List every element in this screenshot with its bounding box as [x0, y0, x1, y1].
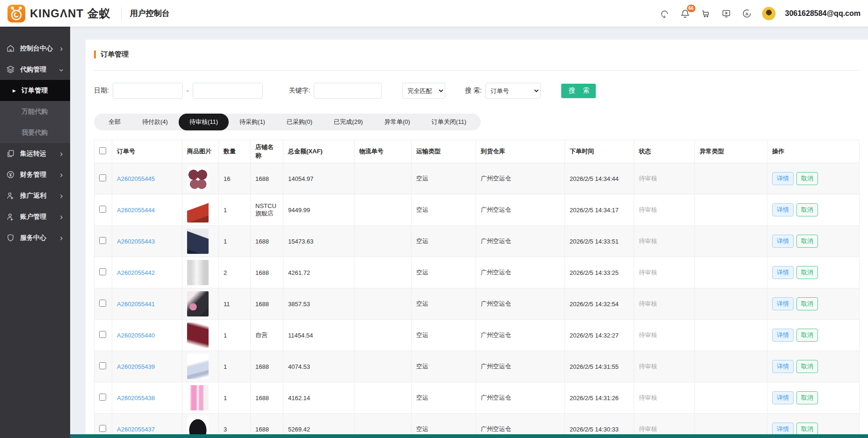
customer-service-icon[interactable]: [659, 8, 670, 19]
detail-button[interactable]: 详情: [772, 235, 794, 248]
select-all-checkbox[interactable]: [99, 147, 106, 154]
main-content: 订单管理 日期: - 关键字: 完全匹配 搜 索: 订单号: [70, 27, 868, 438]
detail-button[interactable]: 详情: [772, 423, 794, 436]
keyword-input[interactable]: [314, 83, 382, 99]
translate-a-icon[interactable]: A: [741, 8, 752, 19]
product-image[interactable]: [187, 197, 209, 223]
amount-cell: 3857.53: [283, 288, 354, 320]
sidebar-item-promo-rebate[interactable]: 推广返利: [0, 185, 70, 206]
cancel-button[interactable]: 取消: [796, 297, 818, 310]
cancel-button[interactable]: 取消: [796, 423, 818, 436]
tab-completed[interactable]: 已完成(29): [323, 114, 374, 130]
order-number-link[interactable]: A2602055438: [117, 395, 155, 402]
tab-exception[interactable]: 异常单(0): [374, 114, 421, 130]
sidebar-item-account-mgmt[interactable]: 账户管理: [0, 206, 70, 227]
order-number-link[interactable]: A2602055445: [117, 175, 155, 182]
cart-icon[interactable]: [700, 8, 711, 19]
detail-button[interactable]: 详情: [772, 297, 794, 310]
product-image[interactable]: [187, 385, 209, 410]
user-email[interactable]: 3061628584@qq.com: [785, 9, 861, 18]
tab-pending-payment[interactable]: 待付款(4): [131, 114, 179, 130]
qty-cell: 1: [219, 382, 251, 414]
time-cell: 2026/2/5 14:31:26: [565, 382, 634, 414]
horizontal-scrollbar[interactable]: [70, 434, 868, 438]
row-checkbox[interactable]: [99, 331, 106, 338]
sidebar-subitem-universal-purchase[interactable]: 万能代购: [0, 101, 70, 122]
search-type-select[interactable]: 订单号: [485, 83, 541, 99]
qty-cell: 1: [219, 226, 251, 257]
status-cell: 待审核: [634, 320, 695, 351]
cancel-button[interactable]: 取消: [796, 235, 818, 248]
monitor-icon[interactable]: [721, 8, 732, 19]
detail-button[interactable]: 详情: [772, 360, 794, 373]
sidebar-subitem-i-want-purchase[interactable]: 我要代购: [0, 122, 70, 143]
logistics-cell: [354, 288, 412, 320]
detail-button[interactable]: 详情: [772, 203, 794, 216]
order-number-link[interactable]: A2602055442: [117, 269, 155, 276]
row-checkbox[interactable]: [99, 206, 106, 213]
brand-logo[interactable]: [7, 5, 25, 22]
product-image[interactable]: [187, 229, 209, 254]
shop-cell: 1688: [251, 226, 283, 257]
row-checkbox[interactable]: [99, 268, 106, 275]
chevron-right-icon: [58, 235, 64, 241]
match-mode-select[interactable]: 完全匹配: [402, 83, 445, 99]
detail-button[interactable]: 详情: [772, 172, 794, 185]
order-number-link[interactable]: A2602055440: [117, 332, 155, 339]
product-image[interactable]: [187, 323, 209, 348]
product-image[interactable]: [187, 291, 209, 316]
sidebar-item-service-center[interactable]: 服务中心: [0, 227, 70, 248]
transport-cell: 空运: [412, 226, 476, 257]
order-number-link[interactable]: A2602055444: [117, 207, 155, 214]
cancel-button[interactable]: 取消: [796, 266, 818, 279]
order-number-link[interactable]: A2602055441: [117, 301, 155, 308]
sidebar-item-finance-mgmt[interactable]: 财务管理: [0, 164, 70, 185]
order-number-link[interactable]: A2602055437: [117, 426, 155, 433]
keyword-label: 关键字:: [289, 86, 311, 95]
tab-procured[interactable]: 已采购(0): [276, 114, 323, 130]
row-checkbox[interactable]: [99, 394, 106, 401]
order-rows: A2602055445 16 1688 14054.97 空运 广州空运仓 20…: [94, 163, 860, 438]
tab-closed[interactable]: 订单关闭(11): [421, 114, 477, 130]
amount-cell: 14054.97: [283, 163, 354, 194]
row-checkbox[interactable]: [99, 237, 106, 244]
logistics-cell: [354, 320, 412, 351]
sidebar-subitem-order-mgmt[interactable]: ▶ 订单管理: [0, 80, 70, 101]
tab-pending-review[interactable]: 待审核(11): [179, 114, 229, 130]
order-number-link[interactable]: A2602055439: [117, 363, 155, 370]
order-number-link[interactable]: A2602055443: [117, 238, 155, 245]
product-image[interactable]: [187, 166, 209, 191]
search-button[interactable]: 搜 索: [561, 84, 596, 98]
col-warehouse: 到货仓库: [476, 140, 565, 163]
row-checkbox[interactable]: [99, 174, 106, 181]
logistics-cell: [354, 382, 412, 414]
row-checkbox[interactable]: [99, 425, 106, 432]
warehouse-cell: 广州空运仓: [476, 163, 565, 194]
detail-button[interactable]: 详情: [772, 329, 794, 342]
cancel-button[interactable]: 取消: [796, 391, 818, 404]
sidebar-item-consolidation[interactable]: 集运转运: [0, 143, 70, 164]
date-separator: -: [187, 87, 189, 94]
tab-all[interactable]: 全部: [98, 114, 131, 130]
bell-icon[interactable]: 66: [680, 8, 691, 19]
date-to-input[interactable]: [193, 83, 263, 99]
cancel-button[interactable]: 取消: [796, 172, 818, 185]
product-image[interactable]: [187, 354, 209, 379]
search-type-label: 搜 索:: [465, 86, 482, 95]
detail-button[interactable]: 详情: [772, 391, 794, 404]
cancel-button[interactable]: 取消: [796, 329, 818, 342]
date-label: 日期:: [94, 86, 109, 95]
col-product-image: 商品图片: [182, 140, 219, 163]
cancel-button[interactable]: 取消: [796, 360, 818, 373]
row-checkbox[interactable]: [99, 300, 106, 307]
date-from-input[interactable]: [113, 83, 183, 99]
orders-table: 订单号 商品图片 数量 店铺名称 总金额(XAF) 物流单号 运输类型 到货仓库…: [94, 140, 860, 438]
tab-pending-procurement[interactable]: 待采购(1): [229, 114, 276, 130]
sidebar-item-purchase-mgmt[interactable]: 代购管理: [0, 59, 70, 80]
product-image[interactable]: [187, 260, 209, 285]
sidebar-item-console-center[interactable]: 控制台中心: [0, 38, 70, 59]
cancel-button[interactable]: 取消: [796, 203, 818, 216]
user-avatar[interactable]: [762, 7, 776, 21]
detail-button[interactable]: 详情: [772, 266, 794, 279]
row-checkbox[interactable]: [99, 362, 106, 369]
